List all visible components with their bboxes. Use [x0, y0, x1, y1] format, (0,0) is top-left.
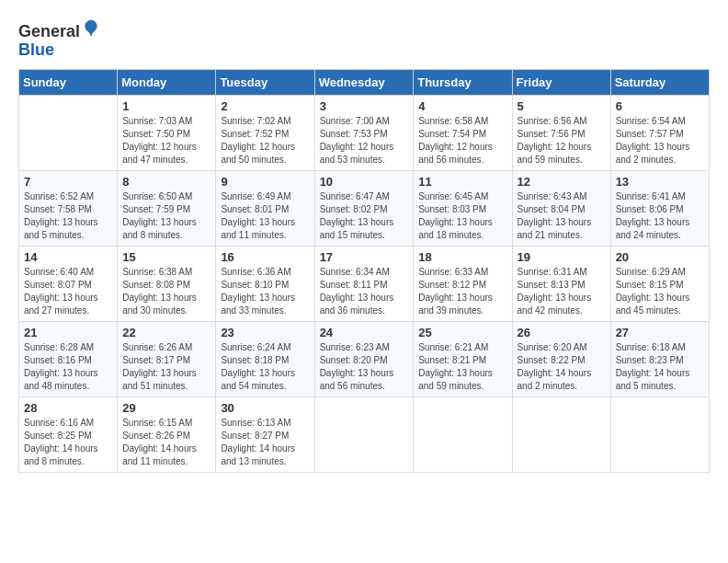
day-info: Sunrise: 7:03 AM Sunset: 7:50 PM Dayligh…: [122, 115, 210, 167]
day-number: 11: [418, 175, 506, 189]
column-header-monday: Monday: [118, 69, 216, 95]
day-number: 13: [616, 175, 704, 189]
day-number: 3: [320, 99, 409, 113]
day-number: 12: [518, 175, 606, 189]
calendar-cell: 21Sunrise: 6:28 AM Sunset: 8:16 PM Dayli…: [19, 321, 118, 396]
day-number: 9: [221, 175, 309, 189]
day-number: 2: [221, 99, 309, 113]
calendar-cell: 26Sunrise: 6:20 AM Sunset: 8:22 PM Dayli…: [512, 321, 610, 396]
day-number: 15: [122, 250, 210, 264]
day-number: 26: [518, 326, 606, 339]
calendar-cell: 29Sunrise: 6:15 AM Sunset: 8:26 PM Dayli…: [118, 396, 216, 472]
day-info: Sunrise: 6:31 AM Sunset: 8:13 PM Dayligh…: [518, 266, 606, 317]
calendar-cell: 11Sunrise: 6:45 AM Sunset: 8:03 PM Dayli…: [414, 170, 512, 246]
calendar-cell: 27Sunrise: 6:18 AM Sunset: 8:23 PM Dayli…: [610, 321, 709, 396]
day-number: 5: [518, 99, 606, 113]
calendar-cell: 2Sunrise: 7:02 AM Sunset: 7:52 PM Daylig…: [216, 95, 314, 170]
calendar-cell: [314, 396, 414, 472]
day-info: Sunrise: 6:33 AM Sunset: 8:12 PM Dayligh…: [418, 266, 506, 317]
day-number: 16: [221, 250, 309, 264]
calendar-cell: 10Sunrise: 6:47 AM Sunset: 8:02 PM Dayli…: [314, 170, 414, 246]
calendar-cell: 4Sunrise: 6:58 AM Sunset: 7:54 PM Daylig…: [414, 95, 512, 170]
day-number: 1: [122, 99, 210, 113]
logo-blue: Blue: [18, 40, 54, 59]
day-info: Sunrise: 6:18 AM Sunset: 8:23 PM Dayligh…: [616, 341, 704, 393]
calendar-cell: 13Sunrise: 6:41 AM Sunset: 8:06 PM Dayli…: [610, 170, 709, 246]
day-number: 4: [418, 99, 506, 113]
day-info: Sunrise: 6:58 AM Sunset: 7:54 PM Dayligh…: [418, 115, 506, 167]
day-info: Sunrise: 6:52 AM Sunset: 7:58 PM Dayligh…: [24, 190, 112, 242]
column-header-sunday: Sunday: [19, 69, 118, 95]
week-row-5: 28Sunrise: 6:16 AM Sunset: 8:25 PM Dayli…: [19, 396, 710, 472]
calendar-cell: [19, 95, 118, 170]
day-info: Sunrise: 6:16 AM Sunset: 8:25 PM Dayligh…: [24, 417, 112, 468]
calendar-cell: [610, 396, 709, 472]
day-number: 17: [320, 250, 409, 264]
column-header-friday: Friday: [512, 69, 610, 95]
calendar-cell: 20Sunrise: 6:29 AM Sunset: 8:15 PM Dayli…: [610, 246, 709, 321]
day-info: Sunrise: 6:56 AM Sunset: 7:56 PM Dayligh…: [518, 115, 606, 167]
day-info: Sunrise: 6:26 AM Sunset: 8:17 PM Dayligh…: [122, 341, 210, 393]
calendar-cell: 12Sunrise: 6:43 AM Sunset: 8:04 PM Dayli…: [512, 170, 610, 246]
day-info: Sunrise: 7:02 AM Sunset: 7:52 PM Dayligh…: [221, 115, 309, 167]
day-info: Sunrise: 6:36 AM Sunset: 8:10 PM Dayligh…: [221, 266, 309, 317]
day-number: 29: [122, 401, 210, 415]
calendar-cell: 17Sunrise: 6:34 AM Sunset: 8:11 PM Dayli…: [314, 246, 414, 321]
day-number: 20: [616, 250, 704, 264]
calendar-cell: 9Sunrise: 6:49 AM Sunset: 8:01 PM Daylig…: [216, 170, 314, 246]
calendar-cell: 14Sunrise: 6:40 AM Sunset: 8:07 PM Dayli…: [19, 246, 118, 321]
calendar-cell: 7Sunrise: 6:52 AM Sunset: 7:58 PM Daylig…: [19, 170, 118, 246]
day-info: Sunrise: 6:38 AM Sunset: 8:08 PM Dayligh…: [122, 266, 210, 317]
day-number: 21: [24, 326, 112, 339]
logo-icon: [82, 18, 100, 37]
calendar-table: SundayMondayTuesdayWednesdayThursdayFrid…: [18, 69, 710, 473]
day-info: Sunrise: 6:21 AM Sunset: 8:21 PM Dayligh…: [418, 341, 506, 393]
day-number: 8: [122, 175, 210, 189]
calendar-cell: 28Sunrise: 6:16 AM Sunset: 8:25 PM Dayli…: [19, 396, 118, 472]
day-number: 27: [616, 326, 704, 339]
day-info: Sunrise: 6:13 AM Sunset: 8:27 PM Dayligh…: [221, 417, 309, 468]
day-info: Sunrise: 6:28 AM Sunset: 8:16 PM Dayligh…: [24, 341, 112, 393]
day-info: Sunrise: 6:43 AM Sunset: 8:04 PM Dayligh…: [518, 190, 606, 242]
calendar-cell: [414, 396, 512, 472]
day-number: 24: [320, 326, 409, 339]
day-number: 10: [320, 175, 409, 189]
calendar-cell: 23Sunrise: 6:24 AM Sunset: 8:18 PM Dayli…: [216, 321, 314, 396]
calendar-cell: 5Sunrise: 6:56 AM Sunset: 7:56 PM Daylig…: [512, 95, 610, 170]
column-header-saturday: Saturday: [610, 69, 709, 95]
day-number: 14: [24, 250, 112, 264]
header-row: SundayMondayTuesdayWednesdayThursdayFrid…: [19, 69, 710, 95]
day-info: Sunrise: 6:24 AM Sunset: 8:18 PM Dayligh…: [221, 341, 309, 393]
day-number: 30: [221, 401, 309, 415]
page-header: General Blue: [18, 18, 710, 60]
day-info: Sunrise: 6:47 AM Sunset: 8:02 PM Dayligh…: [320, 190, 409, 242]
calendar-cell: 15Sunrise: 6:38 AM Sunset: 8:08 PM Dayli…: [118, 246, 216, 321]
calendar-cell: 6Sunrise: 6:54 AM Sunset: 7:57 PM Daylig…: [610, 95, 709, 170]
day-info: Sunrise: 6:41 AM Sunset: 8:06 PM Dayligh…: [616, 190, 704, 242]
day-number: 28: [24, 401, 112, 415]
calendar-cell: 1Sunrise: 7:03 AM Sunset: 7:50 PM Daylig…: [118, 95, 216, 170]
calendar-cell: 24Sunrise: 6:23 AM Sunset: 8:20 PM Dayli…: [314, 321, 414, 396]
logo-general: General: [18, 22, 80, 40]
calendar-cell: 16Sunrise: 6:36 AM Sunset: 8:10 PM Dayli…: [216, 246, 314, 321]
week-row-3: 14Sunrise: 6:40 AM Sunset: 8:07 PM Dayli…: [19, 246, 710, 321]
calendar-cell: 18Sunrise: 6:33 AM Sunset: 8:12 PM Dayli…: [414, 246, 512, 321]
calendar-cell: 25Sunrise: 6:21 AM Sunset: 8:21 PM Dayli…: [414, 321, 512, 396]
column-header-wednesday: Wednesday: [314, 69, 414, 95]
week-row-4: 21Sunrise: 6:28 AM Sunset: 8:16 PM Dayli…: [19, 321, 710, 396]
day-info: Sunrise: 6:50 AM Sunset: 7:59 PM Dayligh…: [122, 190, 210, 242]
day-number: 22: [122, 326, 210, 339]
calendar-cell: [512, 396, 610, 472]
day-number: 25: [418, 326, 506, 339]
calendar-cell: 3Sunrise: 7:00 AM Sunset: 7:53 PM Daylig…: [314, 95, 414, 170]
calendar-cell: 8Sunrise: 6:50 AM Sunset: 7:59 PM Daylig…: [118, 170, 216, 246]
day-info: Sunrise: 6:34 AM Sunset: 8:11 PM Dayligh…: [320, 266, 409, 317]
day-number: 18: [418, 250, 506, 264]
day-info: Sunrise: 6:40 AM Sunset: 8:07 PM Dayligh…: [24, 266, 112, 317]
week-row-2: 7Sunrise: 6:52 AM Sunset: 7:58 PM Daylig…: [19, 170, 710, 246]
day-info: Sunrise: 6:54 AM Sunset: 7:57 PM Dayligh…: [616, 115, 704, 167]
day-info: Sunrise: 6:20 AM Sunset: 8:22 PM Dayligh…: [518, 341, 606, 393]
day-info: Sunrise: 6:29 AM Sunset: 8:15 PM Dayligh…: [616, 266, 704, 317]
day-number: 23: [221, 326, 309, 339]
calendar-cell: 19Sunrise: 6:31 AM Sunset: 8:13 PM Dayli…: [512, 246, 610, 321]
